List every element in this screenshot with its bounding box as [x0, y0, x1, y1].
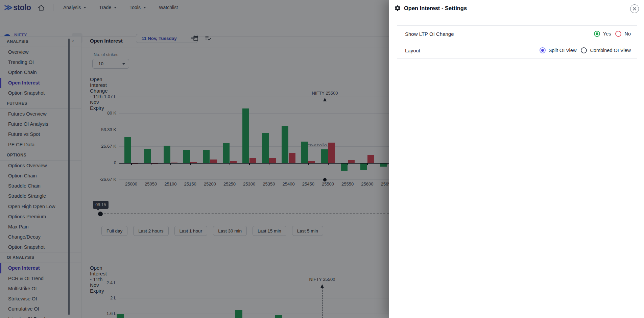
settings-panel: Open Interest - Settings Show LTP OI Cha…	[389, 0, 644, 318]
radio-icon[interactable]	[581, 47, 587, 53]
radio-option-label: No	[624, 31, 631, 36]
radio-selected-icon[interactable]	[594, 31, 600, 37]
radio-option-yes[interactable]: Yes	[594, 31, 611, 37]
settings-rows: Show LTP OI ChangeYesNoLayoutSplit OI Vi…	[397, 25, 637, 59]
radio-option-label: Yes	[603, 31, 611, 36]
gear-icon	[394, 5, 401, 11]
app-root: ≫ stolo AnalysisTradeToolsWatchlist N NI…	[0, 0, 644, 318]
radio-option-no[interactable]: No	[615, 31, 631, 37]
radio-option-combined-oi-view[interactable]: Combined OI View	[581, 47, 631, 53]
modal-backdrop[interactable]	[0, 0, 389, 318]
radio-option-label: Combined OI View	[590, 48, 631, 53]
settings-row-show-ltp-oi-change: Show LTP OI ChangeYesNo	[397, 26, 637, 42]
radio-selected-icon[interactable]	[540, 47, 546, 53]
settings-options: Split OI ViewCombined OI View	[540, 47, 637, 53]
settings-row-layout: LayoutSplit OI ViewCombined OI View	[397, 42, 637, 59]
radio-dot	[596, 32, 598, 35]
settings-row-label: Layout	[405, 48, 540, 53]
radio-option-label: Split OI View	[549, 48, 577, 53]
radio-dot	[541, 49, 544, 52]
settings-panel-title: Open Interest - Settings	[404, 5, 467, 11]
settings-options: YesNo	[594, 31, 637, 37]
settings-panel-header: Open Interest - Settings	[389, 0, 644, 16]
close-icon[interactable]	[630, 4, 639, 13]
radio-icon[interactable]	[615, 31, 621, 37]
settings-row-label: Show LTP OI Change	[405, 31, 594, 37]
radio-option-split-oi-view[interactable]: Split OI View	[540, 47, 577, 53]
